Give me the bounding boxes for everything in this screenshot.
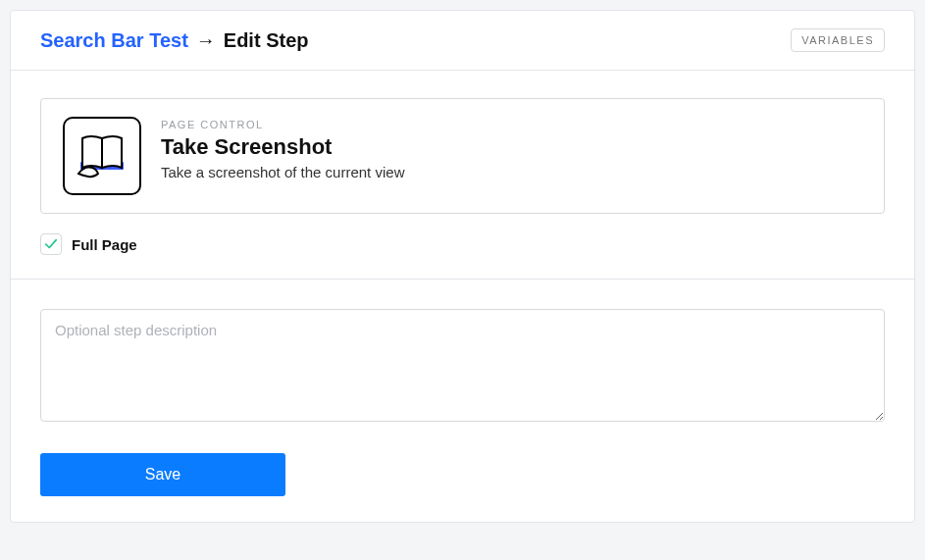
- step-description-input[interactable]: [40, 309, 885, 422]
- step-summary-box: PAGE CONTROL Take Screenshot Take a scre…: [40, 98, 885, 214]
- breadcrumb: Search Bar Test → Edit Step: [40, 29, 308, 52]
- step-description: Take a screenshot of the current view: [161, 164, 404, 180]
- full-page-label: Full Page: [72, 236, 137, 253]
- breadcrumb-current: Edit Step: [224, 29, 309, 52]
- step-category-label: PAGE CONTROL: [161, 119, 404, 130]
- full-page-option: Full Page: [40, 233, 885, 255]
- form-section: Save: [11, 280, 914, 522]
- breadcrumb-arrow-icon: →: [196, 29, 216, 52]
- breadcrumb-link[interactable]: Search Bar Test: [40, 29, 188, 52]
- card-header: Search Bar Test → Edit Step VARIABLES: [11, 11, 914, 71]
- step-config-section: PAGE CONTROL Take Screenshot Take a scre…: [11, 71, 914, 280]
- step-meta: PAGE CONTROL Take Screenshot Take a scre…: [161, 117, 404, 180]
- save-button[interactable]: Save: [40, 453, 285, 496]
- edit-step-card: Search Bar Test → Edit Step VARIABLES PA…: [10, 10, 915, 523]
- step-title: Take Screenshot: [161, 134, 404, 160]
- book-open-icon: [63, 117, 141, 195]
- check-icon: [44, 237, 58, 251]
- variables-button[interactable]: VARIABLES: [791, 28, 885, 52]
- full-page-checkbox[interactable]: [40, 233, 62, 255]
